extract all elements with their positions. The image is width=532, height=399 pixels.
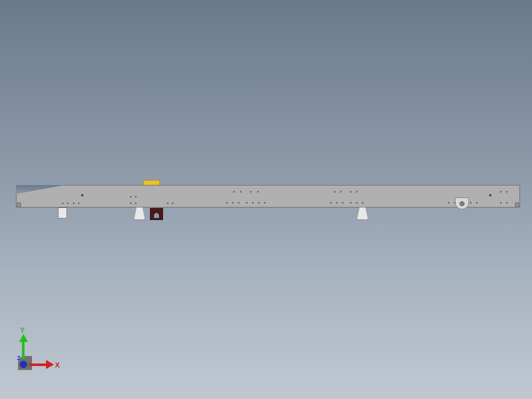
frame-hole: [506, 202, 508, 204]
triad-z-axis-icon: [20, 361, 27, 368]
frame-hole: [130, 202, 132, 204]
frame-hole: [172, 202, 174, 204]
mount-bracket-3: [357, 207, 368, 220]
shackle-bracket: [455, 198, 469, 210]
frame-hole: [476, 202, 478, 204]
frame-hole: [350, 202, 352, 204]
frame-hole: [135, 196, 136, 198]
frame-hole: [448, 202, 450, 204]
frame-hole: [350, 191, 352, 192]
crossmember-bracket: [150, 208, 163, 220]
triad-x-axis-icon: [29, 364, 47, 366]
frame-hole: [500, 191, 502, 192]
frame-hole: [330, 202, 332, 204]
frame-hole: [340, 191, 342, 192]
frame-hole: [470, 202, 472, 204]
frame-hole: [233, 191, 234, 192]
frame-hole: [506, 191, 508, 192]
shackle-pin-icon: [460, 202, 464, 206]
triad-y-label: Y: [20, 326, 24, 334]
frame-hole: [356, 202, 358, 204]
frame-hole: [342, 202, 344, 204]
frame-end-cap-front: [17, 202, 21, 208]
triad-z-label: Z: [17, 355, 20, 361]
frame-hole: [264, 202, 266, 204]
frame-hole: [62, 202, 64, 204]
chassis-frame-rail: [16, 185, 520, 208]
model-canvas[interactable]: [0, 0, 532, 399]
frame-hole: [238, 202, 240, 204]
frame-hole: [500, 202, 502, 204]
mount-bracket-2: [134, 207, 145, 220]
frame-hole: [489, 194, 492, 196]
frame-hole: [252, 202, 254, 204]
frame-hole: [226, 202, 228, 204]
mount-bracket-1: [58, 208, 67, 218]
frame-hole: [81, 194, 84, 196]
cad-3d-viewport[interactable]: X Y Z: [0, 0, 532, 399]
triad-x-arrowhead-icon: [46, 360, 54, 369]
triad-y-axis-icon: [22, 341, 24, 359]
frame-hole: [246, 202, 248, 204]
frame-hole: [250, 191, 252, 192]
frame-hole: [73, 202, 74, 204]
frame-hole: [78, 202, 80, 204]
frame-hole: [232, 202, 234, 204]
triad-y-arrowhead-icon: [19, 334, 28, 342]
frame-hole: [240, 191, 242, 192]
frame-hole: [258, 202, 260, 204]
frame-hole: [336, 202, 338, 204]
frame-hole: [257, 191, 258, 192]
frame-hole: [167, 202, 168, 204]
frame-hole: [334, 191, 336, 192]
frame-hole: [135, 202, 136, 204]
triad-x-label: X: [55, 361, 60, 369]
frame-end-cap-rear: [515, 202, 519, 208]
frame-hole: [67, 202, 68, 204]
view-orientation-triad[interactable]: X Y Z: [18, 330, 58, 370]
frame-hole: [356, 191, 358, 192]
frame-hole: [362, 202, 364, 204]
frame-hole: [130, 196, 132, 198]
